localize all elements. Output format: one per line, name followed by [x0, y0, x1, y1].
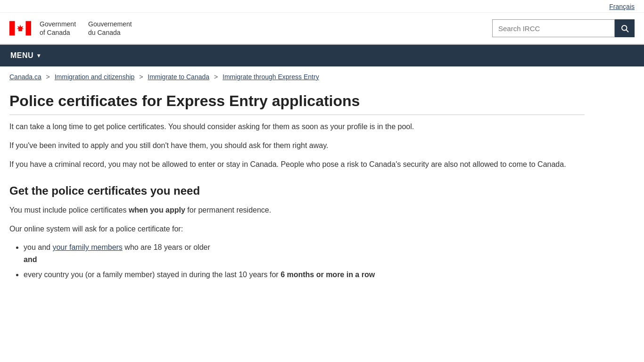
- gov-name-english: Government of Canada: [40, 20, 76, 37]
- list-item-family-members: you and your family members who are 18 y…: [24, 241, 585, 265]
- search-button[interactable]: [615, 19, 635, 37]
- breadcrumb-link-immigrate[interactable]: Immigrate to Canada: [148, 73, 209, 81]
- main-nav: MENU ▾: [0, 45, 644, 66]
- search-area: [492, 19, 635, 37]
- page-title: Police certificates for Express Entry ap…: [9, 92, 585, 115]
- section-1-para-2: Our online system will ask for a police …: [9, 223, 585, 235]
- menu-label: MENU: [10, 51, 33, 60]
- list-item-countries: every country you (or a family member) s…: [24, 269, 585, 281]
- main-content: Police certificates for Express Entry ap…: [0, 87, 594, 302]
- svg-line-5: [626, 30, 628, 32]
- svg-rect-2: [26, 21, 32, 36]
- breadcrumb-link-immigration[interactable]: Immigration and citizenship: [55, 73, 135, 81]
- section-1-para-1: You must include police certificates whe…: [9, 204, 585, 216]
- chevron-down-icon: ▾: [37, 52, 41, 59]
- intro-paragraph-1: It can take a long time to get police ce…: [9, 121, 585, 133]
- breadcrumb-separator-3: >: [214, 73, 218, 81]
- site-header: Government of Canada Gouvernement du Can…: [0, 13, 644, 45]
- family-members-link[interactable]: your family members: [52, 243, 122, 251]
- intro-paragraph-3: If you have a criminal record, you may n…: [9, 158, 585, 171]
- search-input[interactable]: [492, 19, 615, 37]
- government-name: Government of Canada Gouvernement du Can…: [40, 20, 132, 37]
- language-bar: Français: [0, 0, 644, 13]
- breadcrumb-link-express-entry[interactable]: Immigrate through Express Entry: [223, 73, 319, 81]
- breadcrumb-link-canada[interactable]: Canada.ca: [9, 73, 41, 81]
- intro-paragraph-2: If you've been invited to apply and you …: [9, 140, 585, 152]
- section-1-title: Get the police certificates you need: [9, 184, 585, 197]
- canada-flag-icon: [9, 17, 31, 39]
- logo-area: Government of Canada Gouvernement du Can…: [9, 17, 132, 39]
- gov-name-french: Gouvernement du Canada: [88, 20, 132, 37]
- breadcrumb-separator-2: >: [139, 73, 143, 81]
- french-language-link[interactable]: Français: [609, 3, 635, 10]
- search-icon: [620, 24, 629, 33]
- breadcrumb: Canada.ca > Immigration and citizenship …: [0, 66, 644, 87]
- police-certificate-list: you and your family members who are 18 y…: [24, 241, 585, 280]
- svg-rect-1: [9, 21, 15, 36]
- menu-button[interactable]: MENU ▾: [0, 45, 51, 66]
- breadcrumb-separator-1: >: [46, 73, 50, 81]
